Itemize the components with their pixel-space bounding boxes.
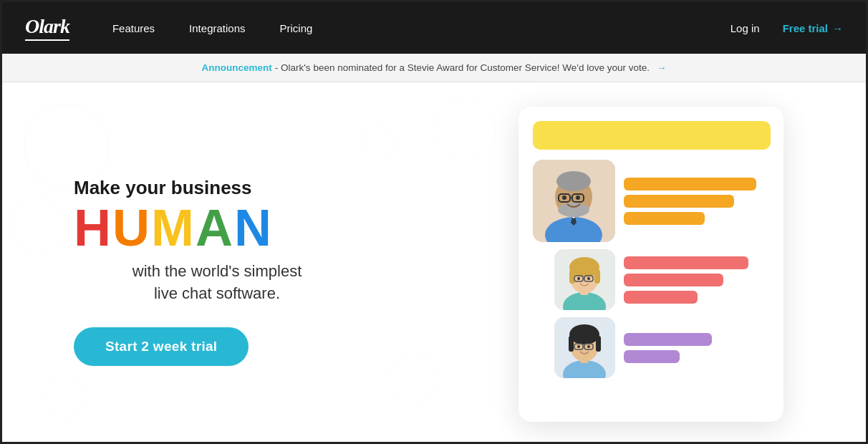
- announcement-bar: Announcement - Olark's been nominated fo…: [2, 54, 866, 82]
- avatar-2-image: [554, 249, 615, 310]
- svg-point-11: [576, 196, 580, 200]
- bar-purple-2: [624, 350, 680, 363]
- logo[interactable]: Olark: [25, 15, 69, 41]
- avatar-3-image: [554, 317, 615, 378]
- hero-subtitle: Make your business: [74, 177, 360, 199]
- chat-row-3: [533, 317, 771, 378]
- nav-integrations[interactable]: Integrations: [189, 22, 245, 34]
- hero-human-word: H U M A N: [74, 202, 360, 254]
- deco-circle-3: [45, 375, 88, 418]
- svg-point-36: [587, 345, 590, 348]
- chat-row-2: [533, 249, 771, 310]
- chat-row-1: [533, 160, 771, 242]
- svg-point-29: [569, 324, 599, 344]
- svg-point-6: [558, 203, 589, 217]
- navbar: Olark Features Integrations Pricing Log …: [2, 2, 866, 54]
- announcement-arrow[interactable]: →: [657, 62, 667, 73]
- nav-right: Log in Free trial →: [730, 22, 843, 34]
- nav-features[interactable]: Features: [112, 22, 155, 34]
- svg-rect-31: [596, 336, 601, 352]
- bar-orange-1: [624, 178, 756, 190]
- announcement-text: - Olark's been nominated for a Stevie Aw…: [275, 62, 650, 73]
- bars-col-3: [624, 333, 771, 363]
- bars-col-1: [624, 178, 771, 225]
- svg-point-24: [587, 277, 590, 280]
- bars-col-2: [624, 256, 771, 304]
- nav-links: Features Integrations Pricing: [112, 22, 702, 34]
- bar-orange-3: [624, 212, 705, 225]
- deco-circle-4: [360, 125, 396, 161]
- human-letter-m: M: [151, 202, 196, 254]
- announcement-label: Announcement: [202, 62, 272, 73]
- chat-card: [519, 107, 783, 422]
- bar-purple-1: [624, 333, 712, 346]
- hero-section: Make your business H U M A N with the wo…: [2, 82, 866, 444]
- avatar-1: [533, 160, 615, 242]
- login-button[interactable]: Log in: [730, 22, 760, 34]
- svg-rect-30: [569, 336, 574, 352]
- bar-pink-1: [624, 256, 748, 269]
- cta-button[interactable]: Start 2 week trial: [74, 327, 249, 366]
- hero-description: with the world's simplest live chat soft…: [74, 261, 360, 305]
- human-letter-h: H: [74, 202, 112, 254]
- nav-pricing[interactable]: Pricing: [280, 22, 313, 34]
- deco-circle-6: [389, 353, 439, 403]
- chat-top-bar: [533, 121, 771, 150]
- human-letter-u: U: [112, 202, 151, 254]
- bar-orange-2: [624, 195, 734, 208]
- free-trial-button[interactable]: Free trial →: [783, 22, 843, 34]
- avatar-1-image: [533, 160, 615, 242]
- bar-pink-3: [624, 291, 698, 304]
- avatar-2: [554, 249, 615, 310]
- svg-rect-19: [594, 269, 600, 284]
- svg-point-23: [577, 277, 580, 280]
- svg-point-12: [556, 171, 591, 191]
- avatar-3: [554, 317, 615, 378]
- human-letter-a: A: [196, 202, 234, 254]
- hero-visual: [465, 82, 837, 444]
- svg-point-10: [562, 196, 566, 200]
- svg-point-35: [577, 345, 580, 348]
- bar-pink-2: [624, 274, 723, 286]
- hero-content: Make your business H U M A N with the wo…: [2, 163, 360, 367]
- human-letter-n: N: [234, 202, 273, 254]
